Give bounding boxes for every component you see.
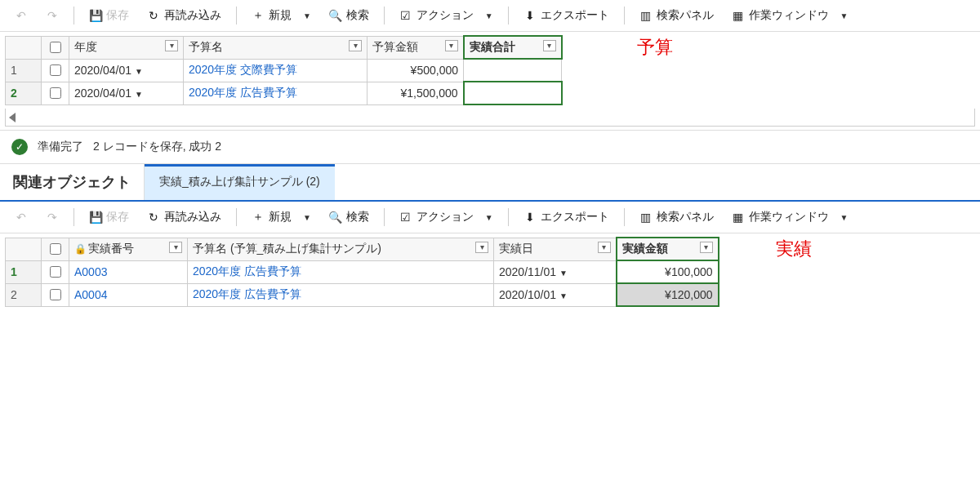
cell-actual-date[interactable]: 2020/11/01 ▼ bbox=[494, 260, 617, 283]
cell-actual-no[interactable]: A0004 bbox=[69, 283, 188, 306]
filter-icon[interactable]: ▾ bbox=[543, 40, 556, 51]
new-button[interactable]: ＋新規 ▼ bbox=[245, 5, 318, 26]
cell-budget-amount[interactable]: ¥1,500,000 bbox=[368, 82, 464, 104]
export-button[interactable]: ⬇エクスポート bbox=[517, 207, 616, 228]
table-row[interactable]: 2 2020/04/01 ▼ 2020年度 広告費予算 ¥1,500,000 bbox=[6, 82, 562, 104]
col-actual-date[interactable]: 実績日▾ bbox=[494, 238, 617, 260]
cell-year[interactable]: 2020/04/01 ▼ bbox=[69, 59, 184, 82]
chevron-down-icon[interactable]: ▼ bbox=[559, 291, 568, 300]
row-checkbox[interactable] bbox=[42, 82, 69, 104]
filter-icon[interactable]: ▾ bbox=[700, 242, 713, 253]
tab-related-objects[interactable]: 関連オブジェクト bbox=[0, 164, 145, 200]
cell-actual-no[interactable]: A0003 bbox=[69, 260, 188, 283]
separator bbox=[508, 208, 509, 226]
filter-icon[interactable]: ▾ bbox=[445, 40, 458, 51]
col-year[interactable]: 年度▾ bbox=[69, 36, 184, 59]
row-checkbox[interactable] bbox=[42, 260, 69, 283]
row-number[interactable]: 2 bbox=[6, 283, 42, 306]
work-window-button[interactable]: ▦作業ウィンドウ ▼ bbox=[725, 5, 855, 26]
reload-button[interactable]: ↻再読み込み bbox=[140, 207, 228, 228]
undo-icon: ↶ bbox=[15, 211, 28, 224]
search-button[interactable]: 🔍検索 bbox=[323, 207, 376, 228]
filter-icon[interactable]: ▾ bbox=[475, 242, 488, 253]
cell-budget-name[interactable]: 2020年度 広告費予算 bbox=[188, 283, 494, 306]
action-button[interactable]: ☑アクション ▼ bbox=[393, 207, 500, 228]
filter-icon[interactable]: ▾ bbox=[349, 40, 362, 51]
chevron-down-icon: ▼ bbox=[485, 11, 493, 20]
reload-icon: ↻ bbox=[147, 211, 160, 224]
corner-cell[interactable] bbox=[6, 36, 42, 59]
work-window-button[interactable]: ▦作業ウィンドウ ▼ bbox=[725, 207, 855, 228]
row-checkbox[interactable] bbox=[42, 59, 69, 82]
cell-actual-total[interactable] bbox=[464, 82, 562, 104]
redo-button[interactable]: ↷ bbox=[39, 6, 65, 25]
select-all-checkbox[interactable] bbox=[42, 36, 69, 59]
separator bbox=[236, 208, 237, 226]
save-icon: 💾 bbox=[89, 211, 102, 224]
corner-cell[interactable] bbox=[6, 238, 42, 260]
lower-toolbar: ↶ ↷ 💾保存 ↻再読み込み ＋新規 ▼ 🔍検索 ☑アクション ▼ ⬇エクスポー… bbox=[0, 202, 980, 233]
download-icon: ⬇ bbox=[523, 9, 537, 22]
window-icon: ▦ bbox=[732, 9, 745, 22]
table-row[interactable]: 1 2020/04/01 ▼ 2020年度 交際費予算 ¥500,000 bbox=[6, 59, 562, 82]
redo-button[interactable]: ↷ bbox=[39, 207, 65, 227]
status-bar: ✓ 準備完了 2 レコードを保存, 成功 2 bbox=[0, 130, 980, 164]
filter-icon[interactable]: ▾ bbox=[169, 242, 182, 253]
export-button[interactable]: ⬇エクスポート bbox=[517, 5, 616, 26]
tab-actual-rollup[interactable]: 実績_積み上げ集計サンプル (2) bbox=[145, 164, 335, 200]
row-number[interactable]: 1 bbox=[6, 260, 42, 283]
chevron-down-icon[interactable]: ▼ bbox=[135, 90, 143, 99]
cell-budget-name[interactable]: 2020年度 広告費予算 bbox=[184, 82, 368, 104]
col-budget-name[interactable]: 予算名▾ bbox=[184, 36, 368, 59]
cell-actual-amount[interactable]: ¥120,000 bbox=[617, 283, 719, 306]
status-ready: 準備完了 bbox=[38, 140, 83, 154]
horizontal-scrollbar[interactable] bbox=[5, 109, 975, 127]
filter-icon[interactable]: ▾ bbox=[165, 40, 178, 51]
action-label: アクション bbox=[416, 8, 474, 23]
search-panel-button[interactable]: ▥検索パネル bbox=[633, 5, 720, 26]
status-message: 2 レコードを保存, 成功 2 bbox=[93, 140, 221, 154]
annotation-budget: 予算 bbox=[637, 35, 673, 60]
row-checkbox[interactable] bbox=[42, 283, 69, 306]
row-number[interactable]: 1 bbox=[6, 59, 42, 82]
undo-button[interactable]: ↶ bbox=[8, 207, 34, 227]
cell-actual-amount[interactable]: ¥100,000 bbox=[617, 260, 719, 283]
col-actual-total[interactable]: 実績合計▾ bbox=[464, 36, 562, 59]
filter-icon[interactable]: ▾ bbox=[598, 242, 611, 253]
action-icon: ☑ bbox=[399, 211, 412, 224]
upper-toolbar: ↶ ↷ 💾保存 ↻再読み込み ＋新規 ▼ 🔍検索 ☑アクション ▼ ⬇エクスポー… bbox=[0, 0, 980, 32]
cell-budget-name[interactable]: 2020年度 広告費予算 bbox=[188, 260, 494, 283]
col-actual-no[interactable]: 🔒実績番号▾ bbox=[69, 238, 188, 260]
select-all-checkbox[interactable] bbox=[42, 238, 69, 260]
separator bbox=[508, 7, 509, 24]
search-panel-button[interactable]: ▥検索パネル bbox=[633, 207, 720, 228]
search-button[interactable]: 🔍検索 bbox=[323, 5, 376, 26]
separator bbox=[74, 208, 74, 226]
col-budget-amount[interactable]: 予算金額▾ bbox=[368, 36, 464, 59]
cell-budget-name[interactable]: 2020年度 交際費予算 bbox=[184, 59, 368, 82]
save-button[interactable]: 💾保存 bbox=[82, 5, 136, 26]
chevron-down-icon[interactable]: ▼ bbox=[135, 67, 143, 76]
table-row[interactable]: 2 A0004 2020年度 広告費予算 2020/10/01 ▼ ¥120,0… bbox=[6, 283, 719, 306]
cell-budget-amount[interactable]: ¥500,000 bbox=[368, 59, 464, 82]
action-button[interactable]: ☑アクション ▼ bbox=[393, 5, 500, 26]
chevron-down-icon: ▼ bbox=[840, 213, 848, 222]
new-button[interactable]: ＋新規 ▼ bbox=[245, 207, 318, 228]
chevron-down-icon[interactable]: ▼ bbox=[559, 269, 568, 278]
cell-actual-total[interactable] bbox=[464, 59, 562, 82]
cell-year[interactable]: 2020/04/01 ▼ bbox=[69, 82, 184, 104]
row-number[interactable]: 2 bbox=[6, 82, 42, 104]
table-row[interactable]: 1 A0003 2020年度 広告費予算 2020/11/01 ▼ ¥100,0… bbox=[6, 260, 719, 283]
reload-label: 再読み込み bbox=[164, 8, 221, 23]
save-button[interactable]: 💾保存 bbox=[82, 207, 136, 228]
undo-icon: ↶ bbox=[15, 9, 28, 22]
chevron-down-icon: ▼ bbox=[485, 213, 493, 222]
col-budget-name[interactable]: 予算名 (予算_積み上げ集計サンプル)▾ bbox=[188, 238, 494, 260]
reload-button[interactable]: ↻再読み込み bbox=[140, 5, 228, 26]
new-label: 新規 bbox=[269, 8, 292, 23]
lower-grid-region: 実績 🔒実績番号▾ 予算名 (予算_積み上げ集計サンプル)▾ 実績日▾ 実績金額… bbox=[0, 233, 980, 307]
cell-actual-date[interactable]: 2020/10/01 ▼ bbox=[494, 283, 617, 306]
tab-bar: 関連オブジェクト 実績_積み上げ集計サンプル (2) bbox=[0, 164, 980, 202]
undo-button[interactable]: ↶ bbox=[8, 6, 34, 25]
col-actual-amount[interactable]: 実績金額▾ bbox=[617, 238, 719, 260]
